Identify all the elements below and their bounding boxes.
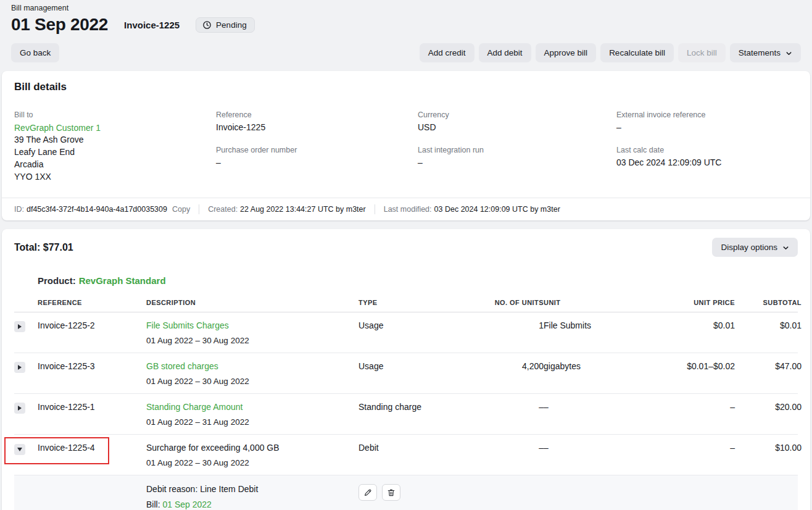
approve-bill-button[interactable]: Approve bill xyxy=(536,43,597,62)
bill-link[interactable]: 01 Sep 2022 xyxy=(162,500,211,509)
line-item-units: – xyxy=(482,394,544,434)
clock-icon xyxy=(202,20,212,30)
address-line: 39 The Ash Grove xyxy=(14,133,216,146)
line-item-units: – xyxy=(482,435,544,475)
page-title: 01 Sep 2022 xyxy=(11,15,108,35)
chevron-right-icon xyxy=(18,324,22,329)
display-options-label: Display options xyxy=(721,243,777,252)
breadcrumb: Bill management xyxy=(11,4,801,12)
go-back-button[interactable]: Go back xyxy=(11,43,59,62)
add-debit-button[interactable]: Add debit xyxy=(479,43,531,62)
chevron-right-icon xyxy=(18,406,22,411)
field-label: External invoice reference xyxy=(616,111,798,119)
modified-label: Last modified: xyxy=(384,205,432,214)
line-item-unit-price: $0.01–$0.02 xyxy=(648,353,735,393)
expand-row-button[interactable] xyxy=(14,403,25,414)
field-value: – xyxy=(418,157,616,167)
line-item-description-link[interactable]: GB stored charges xyxy=(146,361,218,371)
collapse-row-button[interactable] xyxy=(14,444,25,455)
invoice-reference: Invoice-1225 xyxy=(124,20,180,30)
line-item-period: 01 Aug 2022 – 30 Aug 2022 xyxy=(146,336,358,345)
display-options-button[interactable]: Display options xyxy=(712,238,798,257)
line-item-unit-price: – xyxy=(648,394,735,434)
line-item-subtotal: $20.00 xyxy=(735,394,802,434)
expand-row-button[interactable] xyxy=(14,362,25,373)
status-badge: Pending xyxy=(196,17,255,33)
created-label: Created: xyxy=(208,205,238,214)
bill-label: Bill: xyxy=(146,500,160,509)
field-currency: Currency USD xyxy=(418,111,616,132)
bill-details-title: Bill details xyxy=(14,81,798,93)
field-value: 03 Dec 2024 12:09:09 UTC xyxy=(616,157,798,167)
expand-row-button[interactable] xyxy=(14,321,25,332)
address-line: Leafy Lane End xyxy=(14,146,216,158)
column-header-type: TYPE xyxy=(358,293,482,312)
table-row-expanded: Invoice-1225-4 Surcharge for exceeding 4… xyxy=(14,435,798,475)
field-label: Bill to xyxy=(14,111,216,119)
chevron-down-icon xyxy=(782,244,789,251)
line-item-description-link[interactable]: Standing Charge Amount xyxy=(146,402,242,412)
pencil-icon xyxy=(363,488,372,497)
header-spacer xyxy=(14,293,38,312)
field-value: – xyxy=(616,122,798,132)
bill-details-card: Bill details Bill to RevGraph Customer 1… xyxy=(2,71,810,220)
line-item-period: 01 Aug 2022 – 30 Aug 2022 xyxy=(146,458,358,467)
field-last-calc-date: Last calc date 03 Dec 2024 12:09:09 UTC xyxy=(616,146,798,167)
table-row: Invoice-1225-3 GB stored charges 01 Aug … xyxy=(14,353,798,394)
record-meta-strip: ID: df45c3f4-372f-4b14-940a-4a17d0035309… xyxy=(2,198,810,220)
line-item-unit: File Submits xyxy=(544,312,648,353)
line-item-period: 01 Aug 2022 – 30 Aug 2022 xyxy=(146,377,358,386)
field-last-integration-run: Last integration run – xyxy=(418,146,616,167)
toolbar: Go back Add credit Add debit Approve bil… xyxy=(0,35,812,71)
line-item-reference: Invoice-1225-1 xyxy=(38,394,146,434)
line-item-period: 01 Aug 2022 – 31 Aug 2022 xyxy=(146,417,358,427)
recalculate-bill-button[interactable]: Recalculate bill xyxy=(600,43,674,62)
field-external-invoice-reference: External invoice reference – xyxy=(616,111,798,132)
statements-dropdown-button[interactable]: Statements xyxy=(730,43,801,62)
line-item-unit: – xyxy=(544,435,648,475)
product-heading: Product:RevGraph Standard xyxy=(38,275,798,286)
statements-label: Statements xyxy=(739,48,781,57)
field-value: – xyxy=(216,157,418,167)
page-header: Bill management 01 Sep 2022 Invoice-1225… xyxy=(0,0,812,35)
copy-id-button[interactable]: Copy xyxy=(172,205,190,214)
line-item-reference: Invoice-1225-4 xyxy=(38,435,146,475)
line-item-type: Standing charge xyxy=(358,394,482,434)
line-item-reference: Invoice-1225-2 xyxy=(38,312,146,353)
divider xyxy=(199,204,199,214)
table-row: Invoice-1225-1 Standing Charge Amount 01… xyxy=(14,394,798,435)
add-credit-button[interactable]: Add credit xyxy=(420,43,474,62)
lock-bill-button[interactable]: Lock bill xyxy=(678,43,726,62)
status-badge-label: Pending xyxy=(216,20,247,30)
modified-value: 03 Dec 2024 12:09:09 UTC by m3ter xyxy=(434,205,560,214)
product-link[interactable]: RevGraph Standard xyxy=(79,275,166,286)
line-item-description-link[interactable]: File Submits Charges xyxy=(146,320,229,330)
customer-link[interactable]: RevGraph Customer 1 xyxy=(14,123,101,133)
field-label: Reference xyxy=(216,111,418,119)
line-item-type: Debit xyxy=(358,435,482,475)
column-header-units: NO. OF UNITS xyxy=(482,293,544,312)
line-item-type: Usage xyxy=(358,353,482,393)
field-purchase-order: Purchase order number – xyxy=(216,146,418,167)
address-line: YYO 1XX xyxy=(14,170,216,183)
expanded-line-item-detail: Debit reason: Line Item Debit Bill: 01 S… xyxy=(14,475,798,510)
field-reference: Reference Invoice-1225 xyxy=(216,111,418,132)
line-item-reference: Invoice-1225-3 xyxy=(38,353,146,393)
divider xyxy=(375,204,375,214)
line-items-table-header: REFERENCE DESCRIPTION TYPE NO. OF UNITS … xyxy=(14,293,798,312)
detail-bill-line: Bill: 01 Sep 2022 xyxy=(146,500,358,509)
field-value: Invoice-1225 xyxy=(216,122,418,132)
delete-line-item-button[interactable] xyxy=(382,484,400,501)
edit-line-item-button[interactable] xyxy=(358,484,377,501)
field-label: Last calc date xyxy=(616,146,798,154)
line-item-description: Surcharge for exceeding 4,000 GB xyxy=(146,443,280,453)
line-item-unit-price: – xyxy=(648,435,735,475)
field-label: Last integration run xyxy=(418,146,616,154)
line-item-units: 4,200 xyxy=(482,353,544,393)
debit-reason: Debit reason: Line Item Debit xyxy=(146,484,358,494)
line-item-subtotal: $10.00 xyxy=(735,435,802,475)
field-bill-to: Bill to RevGraph Customer 1 39 The Ash G… xyxy=(14,111,216,183)
column-header-unit: UNIT xyxy=(544,293,648,312)
chevron-down-icon xyxy=(17,448,22,451)
field-value: USD xyxy=(418,122,616,132)
